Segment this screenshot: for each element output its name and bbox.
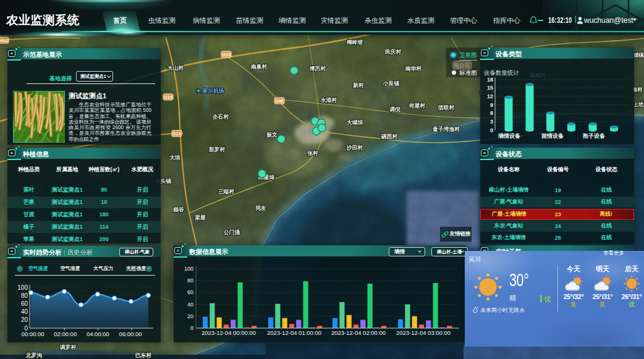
- svg-text:18: 18: [487, 77, 493, 83]
- svg-text:20: 20: [187, 313, 193, 319]
- svg-text:大坝: 大坝: [169, 154, 180, 161]
- svg-text:小良镇: 小良镇: [383, 80, 400, 87]
- svg-text:2023-12-04 00:00:00: 2023-12-04 00:00:00: [201, 329, 256, 336]
- svg-text:三端村: 三端村: [218, 188, 235, 195]
- svg-text:民庆村: 民庆村: [385, 49, 402, 55]
- svg-text:80: 80: [21, 292, 28, 299]
- svg-text:80: 80: [187, 277, 193, 284]
- svg-text:颇谷: 颇谷: [172, 206, 184, 213]
- svg-text:2023-12-04 01:00:00: 2023-12-04 01:00:00: [267, 329, 321, 336]
- svg-text:孢子设备: 孢子设备: [582, 133, 606, 139]
- svg-text:梁屋: 梁屋: [194, 214, 206, 221]
- svg-text:张村: 张村: [307, 150, 318, 156]
- svg-text:南巢村: 南巢村: [251, 64, 268, 70]
- svg-text:00:00:00: 00:00:00: [22, 331, 44, 337]
- svg-text:40: 40: [187, 302, 193, 308]
- svg-text:15: 15: [487, 85, 493, 91]
- svg-text:20: 20: [21, 316, 28, 323]
- svg-text:12: 12: [487, 93, 493, 99]
- svg-text:北罗沟: 北罗沟: [25, 352, 43, 358]
- svg-text:振文: 振文: [266, 132, 278, 138]
- svg-text:梅岭坡: 梅岭坡: [346, 39, 363, 45]
- svg-text:何屋村: 何屋村: [409, 103, 426, 109]
- svg-text:信联村: 信联村: [438, 104, 455, 111]
- svg-text:100: 100: [17, 284, 28, 291]
- svg-text:调倪: 调倪: [389, 106, 400, 112]
- svg-text:同友: 同友: [255, 205, 266, 211]
- svg-text:✈ 吴川机场: ✈ 吴川机场: [196, 88, 224, 94]
- svg-text:3: 3: [490, 119, 493, 125]
- svg-text:2023-12-04 02:00:00: 2023-12-04 02:00:00: [331, 329, 386, 336]
- svg-text:100: 100: [184, 266, 193, 272]
- svg-text:苗情设备: 苗情设备: [541, 133, 564, 139]
- svg-text:大山村: 大山村: [167, 65, 184, 71]
- svg-text:04:00:00: 04:00:00: [87, 331, 109, 337]
- svg-text:2023-12-04 03:00:00: 2023-12-04 03:00:00: [396, 329, 451, 336]
- svg-text:60: 60: [187, 289, 193, 295]
- svg-text:0: 0: [190, 325, 193, 331]
- svg-text:6: 6: [490, 110, 493, 116]
- svg-text:墒情设备: 墒情设备: [498, 133, 521, 139]
- svg-text:60: 60: [21, 300, 28, 307]
- svg-text:0: 0: [490, 127, 493, 133]
- svg-text:南华村: 南华村: [405, 65, 422, 72]
- svg-text:碉西村: 碉西村: [381, 133, 398, 140]
- svg-text:沙田村: 沙田村: [346, 145, 363, 151]
- svg-text:调罗村: 调罗村: [59, 344, 77, 350]
- svg-text:巴东村: 巴东村: [135, 352, 152, 358]
- svg-text:企石村: 企石村: [212, 114, 229, 120]
- svg-text:童子湾渔村: 童子湾渔村: [432, 126, 460, 132]
- svg-text:大城坝: 大城坝: [347, 119, 363, 125]
- svg-text:02:00:00: 02:00:00: [54, 331, 77, 337]
- svg-text:9: 9: [490, 102, 493, 108]
- svg-text:06:00:00: 06:00:00: [119, 331, 142, 337]
- svg-text:40: 40: [21, 308, 28, 315]
- svg-text:水清村: 水清村: [320, 97, 337, 103]
- svg-text:那罗村: 那罗村: [208, 146, 226, 153]
- svg-text:上坎: 上坎: [632, 101, 644, 108]
- svg-text:新村: 新村: [352, 82, 364, 88]
- svg-text:博历村: 博历村: [309, 65, 326, 72]
- svg-text:公门涌: 公门涌: [223, 229, 240, 235]
- svg-text:城镇: 城镇: [632, 52, 644, 58]
